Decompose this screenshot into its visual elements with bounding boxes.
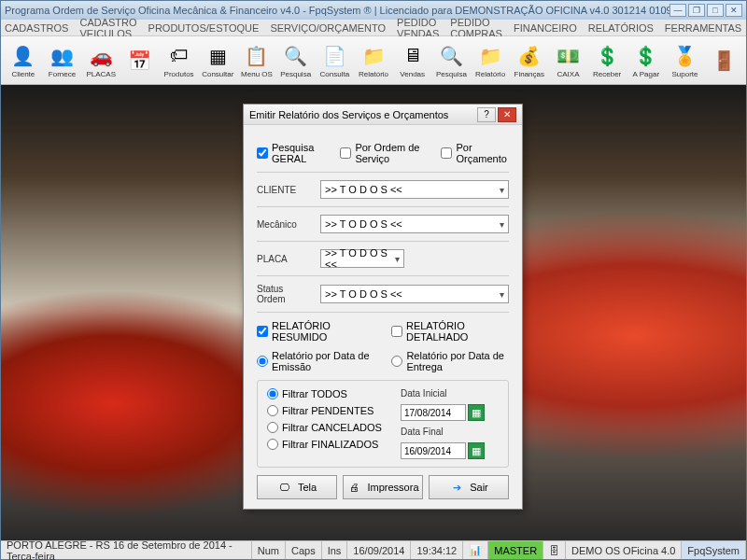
- placa-combo[interactable]: >> T O D O S <<: [320, 249, 404, 268]
- main-window: Programa Ordem de Serviço Oficina Mecâni…: [0, 0, 747, 560]
- radio-filtrar-todos[interactable]: Filtrar TODOS: [267, 388, 382, 399]
- toolbar-btn-Fornece[interactable]: 👥Fornece: [44, 39, 81, 82]
- toolbar-icon: 🏷: [166, 43, 192, 69]
- sair-button[interactable]: ➔ Sair: [429, 475, 509, 499]
- status-row: Status Ordem >> T O D O S <<: [257, 284, 509, 304]
- radio-filtrar-cancelados[interactable]: Filtrar CANCELADOS: [267, 422, 382, 433]
- radio-filtrar-finalizados[interactable]: Filtrar FINALIZADOS: [267, 439, 382, 450]
- toolbar-icon: 🏅: [672, 43, 698, 69]
- toolbar-label: Pesquisa: [280, 70, 311, 78]
- menu-pedido-vendas[interactable]: PEDIDO VENDAS: [397, 17, 439, 39]
- close-button[interactable]: ✕: [726, 4, 742, 17]
- toolbar-icon: 🚗: [88, 43, 114, 69]
- radio-filtrar-pendentes[interactable]: Filtrar PENDENTES: [267, 405, 382, 416]
- menu-pedido-compras[interactable]: PEDIDO COMPRAS: [450, 17, 502, 39]
- menu-ferramentas[interactable]: FERRAMENTAS: [665, 22, 741, 34]
- content-area: Emitir Relatório dos Serviços e Orçament…: [1, 85, 746, 540]
- mecanico-label: Mecânico: [257, 219, 313, 230]
- data-inicial-input[interactable]: [401, 404, 466, 421]
- toolbar-icon: ▦: [204, 43, 231, 69]
- toolbar-btn-Relatório[interactable]: 📁Relatório: [355, 39, 392, 82]
- toolbar-btn-Produtos[interactable]: 🏷Produtos: [161, 39, 198, 82]
- menu-financeiro[interactable]: FINANCEIRO: [514, 22, 577, 34]
- toolbar-label: Vendas: [400, 70, 425, 78]
- menu-produtos-estoque[interactable]: PRODUTOS/ESTOQUE: [148, 22, 260, 34]
- data-final-input[interactable]: [401, 442, 466, 459]
- menu-servico-orcamento[interactable]: SERVIÇO/ORÇAMENTO: [270, 22, 386, 34]
- toolbar-btn-Cliente[interactable]: 👤Cliente: [5, 39, 42, 82]
- toolbar-icon: 👤: [10, 43, 36, 69]
- separator: [257, 312, 509, 313]
- toolbar-icon: 🔍: [283, 43, 309, 69]
- restore-button[interactable]: ❐: [688, 4, 705, 17]
- cliente-combo[interactable]: >> T O D O S <<: [320, 180, 509, 199]
- checkbox-por-orcamento[interactable]: Por Orçamento: [441, 142, 509, 164]
- separator: [257, 172, 509, 173]
- dialog-button-row: 🖵 Tela 🖨 Impressora ➔ Sair: [257, 475, 509, 499]
- dialog-controls: ? ✕: [477, 107, 516, 122]
- toolbar-label: Menu OS: [241, 70, 273, 78]
- menubar: CADASTROS CADASTRO VEICULOS PRODUTOS/EST…: [1, 20, 746, 36]
- minimize-button[interactable]: —: [669, 4, 686, 17]
- calendar-icon: ▦: [472, 407, 481, 419]
- menu-cadastros[interactable]: CADASTROS: [5, 22, 68, 34]
- toolbar-icon: 📁: [360, 43, 387, 69]
- radio-data-entrega[interactable]: Relatório por Data de Entrega: [391, 350, 509, 372]
- toolbar-btn-Suporte[interactable]: 🏅Suporte: [667, 39, 704, 82]
- checkbox-detalhado[interactable]: RELATÓRIO DETALHADO: [391, 320, 509, 343]
- toolbar-btn-PLACAS[interactable]: 🚗PLACAS: [82, 39, 120, 82]
- placa-label: PLACA: [257, 254, 313, 264]
- filter-column: Filtrar TODOS Filtrar PENDENTES Filtrar …: [267, 388, 382, 459]
- toolbar-btn-Finanças[interactable]: 💰Finanças: [511, 39, 548, 82]
- printer-icon: 🖨: [346, 480, 361, 495]
- toolbar-btn-Menu OS[interactable]: 📋Menu OS: [238, 39, 275, 82]
- radio-data-emissao[interactable]: Relatório por Data de Emissão: [257, 350, 376, 372]
- checkbox-resumido[interactable]: RELATÓRIO RESUMIDO: [257, 320, 369, 343]
- toolbar-btn-Pesquisa[interactable]: 🔍Pesquisa: [433, 39, 471, 82]
- toolbar-icon: 📁: [477, 43, 503, 69]
- window-controls: — ❐ □ ✕: [669, 4, 742, 17]
- checkbox-pesquisa-geral[interactable]: Pesquisa GERAL: [257, 142, 332, 164]
- tela-button[interactable]: 🖵 Tela: [257, 475, 337, 499]
- toolbar-btn-Receber[interactable]: 💲Receber: [588, 39, 626, 82]
- menu-relatorios[interactable]: RELATÓRIOS: [588, 22, 654, 34]
- status-brand: FpqSystem: [682, 541, 746, 559]
- toolbar-icon: 💲: [594, 43, 620, 69]
- toolbar-label: PLACAS: [86, 70, 116, 78]
- toolbar-icon: 💵: [555, 43, 581, 69]
- data-final-picker-button[interactable]: ▦: [468, 442, 485, 459]
- toolbar-btn-CAIXA[interactable]: 💵CAIXA: [550, 39, 587, 82]
- toolbar-btn-Consulta[interactable]: 📄Consulta: [317, 39, 354, 82]
- search-options-row: Pesquisa GERAL Por Ordem de Serviço Por …: [257, 142, 509, 164]
- data-inicial-picker-button[interactable]: ▦: [468, 404, 485, 421]
- status-time: 19:34:12: [411, 541, 463, 559]
- dialog-help-button[interactable]: ?: [477, 107, 496, 122]
- toolbar-label: CAIXA: [557, 70, 579, 78]
- toolbar-btn-Pesquisa[interactable]: 🔍Pesquisa: [277, 39, 315, 82]
- toolbar-btn-18[interactable]: 🚪: [705, 39, 742, 82]
- toolbar-icon: 👥: [49, 43, 76, 69]
- toolbar-btn-A Pagar[interactable]: 💲A Pagar: [627, 39, 665, 82]
- toolbar-btn-Consultar[interactable]: ▦Consultar: [199, 39, 236, 82]
- toolbar-label: Receber: [593, 70, 621, 78]
- checkbox-por-os[interactable]: Por Ordem de Serviço: [340, 142, 433, 164]
- cliente-row: CLIENTE >> T O D O S <<: [257, 180, 509, 199]
- dialog-close-button[interactable]: ✕: [498, 107, 516, 122]
- dates-column: Data Inicial ▦ Data Final ▦: [401, 388, 485, 459]
- impressora-button[interactable]: 🖨 Impressora: [343, 475, 423, 499]
- toolbar-label: Produtos: [164, 70, 194, 78]
- toolbar-btn-Relatório[interactable]: 📁Relatório: [472, 39, 509, 82]
- toolbar-icon: 📄: [321, 43, 347, 69]
- report-type-row: RELATÓRIO RESUMIDO RELATÓRIO DETALHADO: [257, 320, 509, 343]
- maximize-button[interactable]: □: [707, 4, 724, 17]
- status-combo[interactable]: >> T O D O S <<: [320, 285, 509, 303]
- toolbar-btn-Vendas[interactable]: 🖥Vendas: [394, 39, 431, 82]
- toolbar-icon: 🖥: [400, 43, 426, 69]
- menu-cadastro-veiculos[interactable]: CADASTRO VEICULOS: [79, 17, 136, 39]
- cliente-label: CLIENTE: [257, 185, 313, 195]
- mecanico-combo[interactable]: >> T O D O S <<: [320, 215, 509, 233]
- toolbar-label: Consultar: [202, 70, 233, 78]
- toolbar-btn-3[interactable]: 📅: [121, 39, 159, 82]
- toolbar-icon: 📅: [127, 48, 153, 74]
- calendar-icon: ▦: [472, 445, 481, 457]
